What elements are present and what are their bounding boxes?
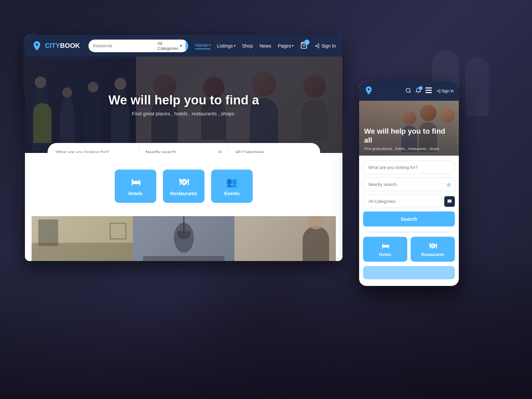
nav-signin-btn[interactable]: Sign In [314,43,336,49]
bottom-photo-3 [234,216,336,261]
mobile-category-restaurants[interactable]: 🍽 Restaurants [411,237,455,262]
signin-icon [314,43,320,49]
nav-categories-select[interactable]: All Categories ▾ [154,41,186,51]
mobile-third-cat-card[interactable] [363,266,455,279]
hero-subtitle: Find great places , hotels , restaurants… [132,111,236,116]
hero-location-field[interactable]: Nearby search ⊕ [139,149,228,153]
mobile-hotels-icon: 🛏 [382,242,389,250]
svg-rect-2 [425,87,432,88]
bottom-photo-1 [32,216,133,261]
mobile-mockup: 1 Sign In [359,81,459,286]
mobile-logo-icon [364,86,373,95]
search-icon [405,87,411,93]
mobile-search-input[interactable] [363,161,455,174]
logo-text: CITYBOOK [45,42,80,50]
hotels-icon: 🛏 [131,177,140,188]
hamburger-icon [425,87,432,93]
mobile-location-input[interactable] [363,178,455,191]
mobile-search-icon[interactable] [405,87,411,95]
nav-link-shop[interactable]: Shop [242,43,253,49]
mobile-category-row [363,195,455,208]
nav-cart[interactable]: 0 [300,42,308,50]
svg-rect-4 [425,92,432,93]
bottom-photos [32,216,336,261]
logo-pin-icon [32,41,42,51]
restaurants-icon: 🍽 [179,177,189,188]
location-target-icon: ⊕ [217,149,222,153]
nav-search-bar[interactable]: All Categories ▾ Search [88,40,188,52]
svg-point-1 [406,88,410,92]
nav-link-listings[interactable]: Listings [217,43,235,49]
cart-badge: 0 [304,40,310,45]
mobile-third-cat-hint [359,266,459,279]
mobile-signin-icon [436,89,441,93]
nav-links: Home Listings Shop News Pages 0 Sign In [195,42,336,50]
desktop-hero: We will help you to find a Find great pl… [25,57,342,153]
nav-keywords-input[interactable] [88,43,154,48]
mobile-bell-icon[interactable]: 1 [415,87,421,95]
mobile-categories: 🛏 Hotels 🍽 Restaurants [359,233,459,264]
category-cards: 🛏 Hotels 🍽 Restaurants 👥 Events [115,170,253,203]
hero-title: We will help you to find a [108,93,259,107]
mobile-chat-icon[interactable] [444,196,455,207]
mobile-category-input[interactable] [363,195,442,208]
mobile-hero-subtitle: Find great places , hotels , restaurants… [364,147,454,151]
category-restaurants[interactable]: 🍽 Restaurants [163,170,204,203]
desktop-categories-section: 🛏 Hotels 🍽 Restaurants 👥 Events [25,153,342,261]
mobile-search-button[interactable]: Search [363,211,455,226]
mobile-location-target-icon: ⊕ [447,181,451,188]
mobile-nav: 1 Sign In [359,81,459,101]
nav-search-button[interactable]: Search [186,40,188,52]
mobile-search-area: ⊕ Search [359,156,459,231]
mobile-location-wrapper: ⊕ [363,178,455,191]
nav-link-pages[interactable]: Pages [278,43,294,49]
chat-bubble-icon [447,199,452,204]
desktop-content: We will help you to find a Find great pl… [25,57,342,261]
mobile-bell-badge: 1 [419,86,423,90]
mobile-signin-btn[interactable]: Sign In [436,89,454,93]
mobile-hero-content: We will help you to find all Find great … [364,127,454,151]
svg-rect-3 [425,90,432,91]
desktop-mockup: CITYBOOK All Categories ▾ Search Home Li… [25,35,342,261]
chevron-down-icon: ▾ [180,43,182,48]
bottom-photo-2 [133,216,234,261]
category-hotels[interactable]: 🛏 Hotels [115,170,156,203]
mobile-restaurants-icon: 🍽 [429,242,437,250]
events-icon: 👥 [226,177,238,188]
desktop-nav: CITYBOOK All Categories ▾ Search Home Li… [25,35,342,57]
nav-link-home[interactable]: Home [195,43,210,49]
nav-link-news[interactable]: News [260,43,271,49]
logo-area: CITYBOOK [32,41,80,51]
hero-search-bar: Nearby search ⊕ All Categories [48,143,320,153]
mobile-menu-icon[interactable] [425,87,432,95]
mobile-hero-title: We will help you to find all [364,127,454,145]
hero-search-input[interactable] [49,150,139,153]
category-events[interactable]: 👥 Events [211,170,253,203]
mobile-hero: We will help you to find all Find great … [359,101,459,156]
hero-category-select[interactable]: All Categories [229,150,318,153]
mobile-nav-icons: 1 Sign In [405,87,454,95]
mobile-category-hotels[interactable]: 🛏 Hotels [363,237,407,262]
hero-overlay: We will help you to find a Find great pl… [25,57,342,153]
mobile-logo [364,86,373,96]
